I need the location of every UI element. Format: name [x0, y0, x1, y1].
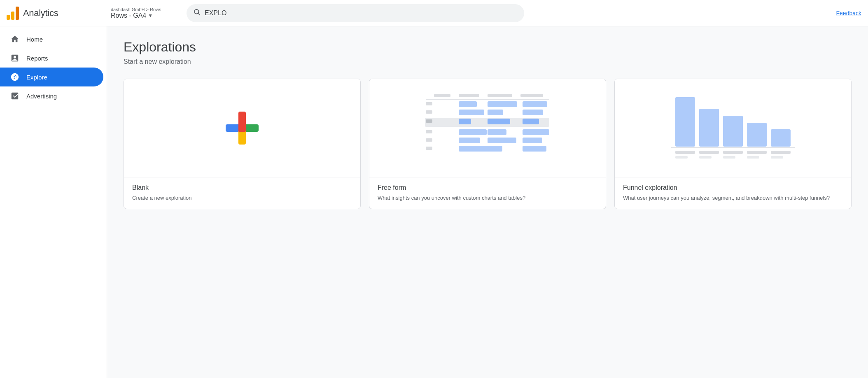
page-title: Explorations — [124, 40, 852, 55]
exploration-cards: Blank Create a new exploration — [107, 79, 852, 209]
account-breadcrumb: dashdash GmbH > Rows — [111, 7, 177, 12]
svg-rect-37 — [675, 97, 695, 147]
header-divider — [104, 6, 104, 21]
svg-rect-48 — [675, 156, 688, 159]
main-content: Explorations Start a new exploration — [107, 26, 868, 378]
card-free-form-visual — [369, 79, 606, 177]
logo-icon — [7, 7, 19, 20]
svg-rect-19 — [523, 110, 543, 115]
svg-rect-27 — [488, 129, 506, 135]
new-exploration-icon — [226, 112, 259, 145]
svg-rect-30 — [459, 138, 480, 143]
svg-rect-17 — [459, 110, 484, 115]
svg-rect-10 — [520, 94, 543, 97]
logo-bar-1 — [7, 15, 10, 20]
logo-bar-3 — [16, 7, 19, 20]
property-name: Rows - GA4 — [111, 12, 146, 19]
card-free-form-desc: What insights can you uncover with custo… — [378, 194, 597, 202]
svg-rect-6 — [238, 124, 246, 132]
svg-rect-22 — [459, 119, 471, 124]
svg-rect-39 — [723, 116, 743, 147]
svg-rect-43 — [675, 151, 695, 154]
svg-rect-13 — [459, 101, 477, 107]
svg-rect-49 — [699, 156, 712, 159]
feedback-link[interactable]: Feedback — [836, 10, 861, 16]
card-free-form[interactable]: Free form What insights can you uncover … — [369, 79, 606, 209]
free-form-preview-svg — [379, 89, 596, 167]
search-icon — [193, 8, 201, 18]
page-subtitle: Start a new exploration — [124, 58, 852, 65]
svg-rect-24 — [523, 119, 539, 124]
svg-rect-31 — [488, 138, 516, 143]
card-blank-info: Blank Create a new exploration — [124, 177, 360, 209]
home-icon — [10, 35, 20, 44]
funnel-preview-svg — [625, 89, 841, 167]
search-bar[interactable]: EXPLO — [187, 4, 524, 22]
svg-rect-41 — [771, 129, 791, 147]
card-funnel-desc: What user journeys can you analyze, segm… — [623, 194, 843, 202]
svg-rect-28 — [523, 129, 549, 135]
card-blank-desc: Create a new exploration — [132, 194, 352, 202]
header: Analytics dashdash GmbH > Rows Rows - GA… — [0, 0, 868, 26]
card-funnel-info: Funnel exploration What user journeys ca… — [615, 177, 851, 209]
svg-rect-7 — [434, 94, 450, 97]
card-free-form-title: Free form — [378, 184, 597, 191]
svg-rect-32 — [523, 138, 542, 143]
svg-rect-21 — [426, 119, 432, 123]
sidebar-label-reports: Reports — [26, 55, 48, 62]
svg-rect-29 — [426, 138, 432, 142]
svg-rect-18 — [488, 110, 503, 115]
card-blank[interactable]: Blank Create a new exploration — [124, 79, 361, 209]
sidebar-item-reports[interactable]: Reports — [0, 49, 103, 68]
svg-rect-44 — [699, 151, 719, 154]
layout: Home Reports Explore — [0, 26, 868, 378]
explore-icon — [10, 72, 20, 82]
svg-rect-50 — [723, 156, 735, 159]
logo-area: Analytics — [7, 7, 97, 20]
sidebar-item-explore[interactable]: Explore — [0, 68, 103, 86]
reports-icon — [10, 54, 20, 63]
sidebar: Home Reports Explore — [0, 26, 107, 378]
svg-rect-12 — [426, 102, 432, 105]
sidebar-label-explore: Explore — [26, 74, 47, 81]
property-dropdown-arrow: ▼ — [148, 13, 153, 19]
app-title: Analytics — [23, 8, 58, 19]
search-value: EXPLO — [205, 9, 226, 17]
svg-rect-45 — [723, 151, 743, 154]
card-free-form-info: Free form What insights can you uncover … — [369, 177, 606, 209]
card-funnel-title: Funnel exploration — [623, 184, 843, 191]
svg-rect-23 — [488, 119, 510, 124]
svg-line-1 — [198, 13, 200, 15]
svg-rect-25 — [426, 130, 432, 133]
svg-rect-35 — [488, 146, 502, 152]
svg-rect-16 — [426, 110, 432, 114]
svg-rect-5 — [238, 130, 246, 145]
advertising-icon — [10, 91, 20, 100]
svg-rect-47 — [771, 151, 791, 154]
svg-rect-34 — [459, 146, 490, 152]
account-info: dashdash GmbH > Rows Rows - GA4 ▼ — [111, 7, 177, 19]
sidebar-item-home[interactable]: Home — [0, 30, 103, 49]
sidebar-item-advertising[interactable]: Advertising — [0, 86, 103, 105]
svg-rect-38 — [699, 109, 719, 147]
svg-rect-15 — [523, 101, 547, 107]
card-funnel-visual — [615, 79, 851, 177]
property-selector[interactable]: Rows - GA4 ▼ — [111, 12, 177, 19]
card-blank-visual — [124, 79, 360, 177]
svg-rect-40 — [747, 123, 767, 147]
svg-rect-51 — [747, 156, 759, 159]
svg-rect-2 — [226, 124, 240, 132]
sidebar-label-home: Home — [26, 36, 43, 43]
svg-rect-52 — [771, 156, 783, 159]
sidebar-label-advertising: Advertising — [26, 93, 57, 100]
svg-rect-26 — [459, 129, 487, 135]
svg-rect-4 — [238, 112, 246, 126]
svg-rect-9 — [488, 94, 512, 97]
card-funnel[interactable]: Funnel exploration What user journeys ca… — [614, 79, 852, 209]
svg-rect-36 — [523, 146, 546, 152]
svg-rect-8 — [459, 94, 479, 97]
card-blank-title: Blank — [132, 184, 352, 191]
logo-bar-2 — [11, 12, 14, 20]
svg-rect-46 — [747, 151, 767, 154]
svg-rect-3 — [244, 124, 259, 132]
